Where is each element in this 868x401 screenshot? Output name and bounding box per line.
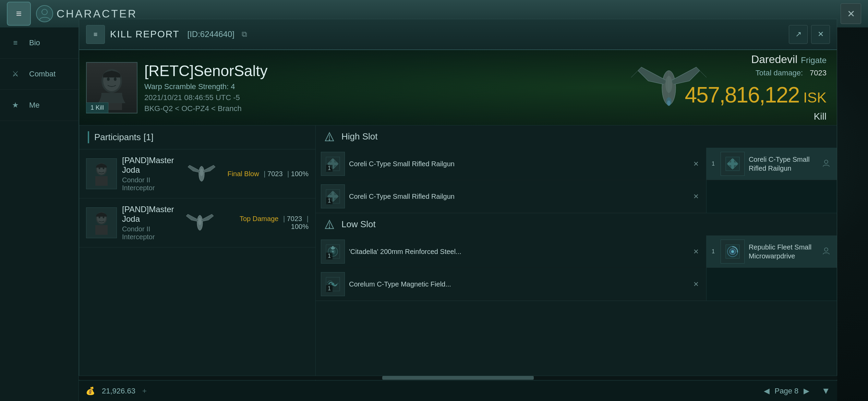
sidebar-item-combat[interactable]: ⚔ Combat bbox=[0, 59, 79, 90]
kill-stats: Daredevil Frigate Total damage: 7023 457… bbox=[727, 50, 837, 125]
sidebar-bio-label: Bio bbox=[29, 38, 40, 47]
menu-icon: ≡ bbox=[16, 8, 22, 19]
low-slot-name-1: 'Citadella' 200mm Reinforced Steel... bbox=[349, 247, 687, 256]
high-slot-icon-2 bbox=[321, 184, 345, 208]
low-right-name-1: Republic Fleet Small Microwarpdrive bbox=[749, 243, 818, 260]
participant-ship-img-1 bbox=[181, 160, 222, 187]
low-slot-title: Low Slot bbox=[341, 219, 376, 230]
high-slot-item-2: 1 Coreli C-Type Small Rifled Railgun ✕ bbox=[316, 180, 706, 213]
svg-point-37 bbox=[824, 160, 828, 163]
svg-point-10 bbox=[667, 100, 671, 106]
kill-timestamp: 2021/10/21 08:46:55 UTC -5 bbox=[144, 93, 267, 102]
svg-rect-15 bbox=[95, 176, 108, 186]
pilot-name: [RETC]SenorSalty bbox=[144, 62, 267, 80]
participant-ship-1: Condor II Interceptor bbox=[122, 176, 176, 192]
participant-item-1[interactable]: [PAND]Master Joda Condor II Interceptor bbox=[79, 149, 315, 198]
modal-copy-icon[interactable]: ⧉ bbox=[242, 30, 247, 39]
ship-name: Daredevil bbox=[751, 53, 797, 66]
high-slot-remove-1[interactable]: ✕ bbox=[691, 159, 701, 169]
final-blow-label: Final Blow bbox=[227, 170, 259, 178]
svg-point-24 bbox=[198, 218, 202, 225]
high-slot-left: 1 Coreli C-Type Small Rifled Railgun ✕ bbox=[316, 148, 707, 213]
low-right-count-1: 1 bbox=[712, 248, 715, 255]
high-slot-item-1: 1 Coreli C-Type Small Rifled Railgun ✕ bbox=[316, 148, 706, 180]
low-right-icon-1 bbox=[721, 240, 745, 264]
modal-close-button[interactable]: ✕ bbox=[811, 25, 830, 44]
low-slot-right: 1 bbox=[707, 235, 837, 301]
isk-value: 457,816,122 bbox=[685, 82, 799, 108]
next-page-button[interactable]: ▶ bbox=[804, 387, 809, 396]
low-slot-item-1: 1 'Citadella' 200mm Reinforced Steel... … bbox=[316, 235, 706, 268]
low-slot-icon-2 bbox=[321, 272, 345, 296]
participant-name-2: [PAND]Master Joda bbox=[122, 205, 174, 224]
top-damage-label: Top Damage bbox=[240, 215, 278, 222]
bottom-bar: 💰 21,926.63 + ◀ Page 8 ▶ ▼ bbox=[79, 380, 837, 401]
high-slot-icon bbox=[323, 130, 336, 144]
high-slot-remove-2[interactable]: ✕ bbox=[691, 191, 701, 202]
high-slot-section: High Slot bbox=[316, 125, 837, 213]
kill-badge: 1 Kill bbox=[86, 102, 108, 113]
bottom-nav: ◀ Page 8 ▶ ▼ bbox=[764, 386, 830, 396]
svg-rect-36 bbox=[728, 162, 737, 165]
bottom-value: 21,926.63 bbox=[102, 387, 135, 396]
filter-button[interactable]: ▼ bbox=[821, 386, 830, 396]
kill-badge-text: 1 Kill bbox=[91, 104, 104, 111]
svg-point-0 bbox=[42, 9, 47, 15]
modal-menu-button[interactable]: ≡ bbox=[86, 25, 105, 44]
sidebar-item-me[interactable]: ★ Me bbox=[0, 90, 79, 121]
low-slot-right-item-1: 1 bbox=[707, 235, 837, 268]
bottom-add-icon[interactable]: + bbox=[142, 387, 147, 396]
participants-panel: Participants [1] [PA bbox=[79, 125, 316, 382]
top-menu-button[interactable]: ≡ bbox=[7, 2, 31, 26]
high-right-pilot-icon-1 bbox=[822, 159, 832, 169]
high-right-count-1: 1 bbox=[712, 161, 715, 167]
svg-point-53 bbox=[824, 248, 828, 251]
modal-header: ≡ KILL REPORT [ID:6244640] ⧉ ↗ ✕ bbox=[79, 19, 837, 50]
participants-accent bbox=[88, 131, 89, 143]
low-slot-remove-2[interactable]: ✕ bbox=[691, 279, 701, 289]
modal-export-button[interactable]: ↗ bbox=[789, 25, 808, 44]
low-slot-section: Low Slot bbox=[316, 213, 837, 301]
low-slot-item-2: 1 Corelum C-Type Magnetic Field... ✕ bbox=[316, 268, 706, 301]
prev-page-button[interactable]: ◀ bbox=[764, 387, 770, 396]
high-right-name-1: Coreli C-Type Small Rifled Railgun bbox=[749, 155, 818, 173]
svg-point-40 bbox=[329, 227, 330, 228]
modal-id: [ID:6244640] bbox=[188, 29, 234, 39]
high-slot-right: 1 Coreli C-Type Small Rifled Railgun bbox=[707, 148, 837, 213]
participant-item-2[interactable]: [PAND]Master Joda Condor II Interceptor bbox=[79, 198, 315, 247]
pilot-warp-strength: Warp Scramble Strength: 4 bbox=[144, 82, 267, 91]
low-slot-icon-1 bbox=[321, 240, 345, 264]
svg-point-17 bbox=[200, 169, 203, 176]
low-slot-count-2: 1 bbox=[326, 285, 333, 292]
top-close-icon: ✕ bbox=[847, 8, 855, 20]
top-close-button[interactable]: ✕ bbox=[841, 3, 861, 24]
participant-info-1: [PAND]Master Joda Condor II Interceptor bbox=[122, 156, 176, 192]
scroll-track bbox=[79, 376, 837, 380]
sidebar: ≡ Bio ⚔ Combat ★ Me bbox=[0, 27, 79, 401]
participant-ship-img-2 bbox=[179, 209, 220, 236]
low-slot-name-2: Corelum C-Type Magnetic Field... bbox=[349, 280, 687, 289]
total-damage-value: 7023 bbox=[810, 69, 827, 77]
sidebar-item-bio[interactable]: ≡ Bio bbox=[0, 27, 79, 59]
me-icon: ★ bbox=[7, 97, 24, 114]
modal-content: Participants [1] [PA bbox=[79, 125, 837, 382]
damage-value-2: 7023 bbox=[287, 215, 302, 222]
damage-value-1: 7023 bbox=[267, 170, 283, 178]
modal-menu-icon: ≡ bbox=[94, 31, 98, 38]
bio-icon: ≡ bbox=[7, 34, 24, 51]
total-damage-label: Total damage: bbox=[756, 69, 803, 77]
high-right-icon-1 bbox=[721, 152, 745, 176]
bottom-wallet-icon: 💰 bbox=[86, 387, 95, 396]
low-right-pilot-icon-1 bbox=[822, 247, 832, 256]
participants-title: Participants bbox=[94, 132, 141, 143]
high-slot-columns: 1 Coreli C-Type Small Rifled Railgun ✕ bbox=[316, 148, 837, 213]
low-slot-icon bbox=[323, 218, 336, 231]
low-slot-remove-1[interactable]: ✕ bbox=[691, 246, 701, 257]
modal-title: KILL REPORT bbox=[110, 29, 180, 40]
pilot-info: [RETC]SenorSalty Warp Scramble Strength:… bbox=[144, 50, 267, 125]
scroll-thumb[interactable] bbox=[382, 376, 534, 380]
participant-avatar-1 bbox=[86, 158, 117, 189]
high-slot-name-1: Coreli C-Type Small Rifled Railgun bbox=[349, 159, 687, 168]
percent-value-2: 100% bbox=[291, 223, 309, 230]
high-slot-name-2: Coreli C-Type Small Rifled Railgun bbox=[349, 192, 687, 201]
